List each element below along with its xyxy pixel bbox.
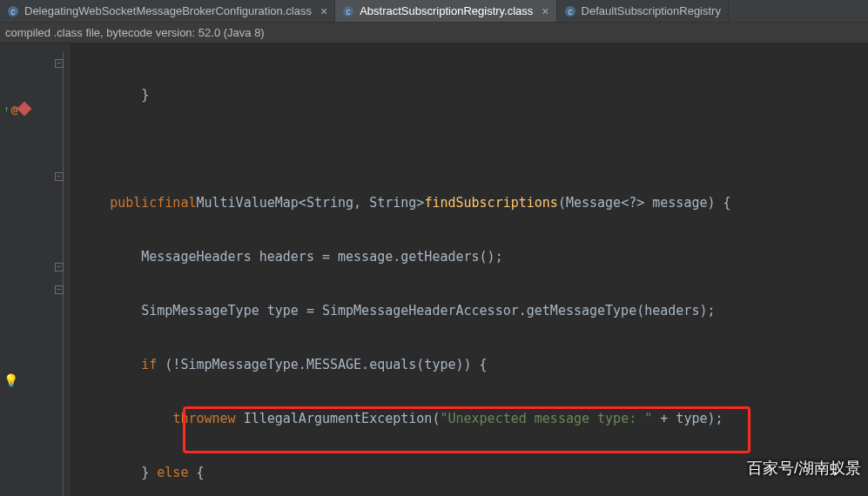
tab-delegating[interactable]: c DelegatingWebSocketMessageBrokerConfig… xyxy=(0,0,335,22)
class-file-icon: c xyxy=(342,5,354,17)
svg-text:c: c xyxy=(11,7,16,17)
code-line: MessageHeaders headers = message.getHead… xyxy=(78,245,868,268)
tab-bar: c DelegatingWebSocketMessageBrokerConfig… xyxy=(0,0,868,23)
class-file-icon: c xyxy=(7,5,19,17)
gutter: − ↑ @ − − − 💡 xyxy=(0,44,70,496)
close-icon[interactable]: × xyxy=(538,4,548,18)
fold-handle[interactable]: − xyxy=(55,263,64,271)
close-icon[interactable]: × xyxy=(317,4,327,18)
code-line: if (!SimpMessageType.MESSAGE.equals(type… xyxy=(78,353,868,376)
bulb-icon: 💡 xyxy=(3,373,18,387)
banner-text: compiled .class file, bytecode version: … xyxy=(5,26,265,39)
fold-handle[interactable]: − xyxy=(55,285,64,294)
tab-label: DefaultSubscriptionRegistry xyxy=(582,4,721,17)
hint-bulb[interactable]: 💡 xyxy=(3,373,18,387)
code-area[interactable]: } public final MultiValueMap<String, Str… xyxy=(70,44,868,496)
code-line: } else { xyxy=(78,461,868,484)
code-line: SimpMessageType type = SimpMessageHeader… xyxy=(78,299,868,322)
fold-handle[interactable]: − xyxy=(55,172,64,181)
editor: − ↑ @ − − − 💡 xyxy=(0,44,868,496)
code-line: } xyxy=(78,84,868,106)
code-line: public final MultiValueMap<String, Strin… xyxy=(78,191,868,214)
tab-label: AbstractSubscriptionRegistry.class xyxy=(360,4,533,17)
decompiled-banner: compiled .class file, bytecode version: … xyxy=(0,23,868,44)
svg-text:c: c xyxy=(347,7,351,17)
tab-label: DelegatingWebSocketMessageBrokerConfigur… xyxy=(24,4,312,17)
class-file-icon: c xyxy=(564,5,576,17)
tab-default-subscription[interactable]: c DefaultSubscriptionRegistry xyxy=(557,0,729,22)
code-line: throw new IllegalArgumentException("Unex… xyxy=(78,407,868,430)
breakpoint-icon xyxy=(17,102,32,117)
tab-abstract-subscription[interactable]: c AbstractSubscriptionRegistry.class × xyxy=(335,0,556,22)
gutter-override-marker[interactable]: ↑ @ xyxy=(3,103,30,116)
svg-text:c: c xyxy=(568,7,572,17)
code-line xyxy=(78,137,868,160)
fold-handle[interactable]: − xyxy=(55,59,64,68)
override-up-icon: ↑ xyxy=(3,104,10,115)
